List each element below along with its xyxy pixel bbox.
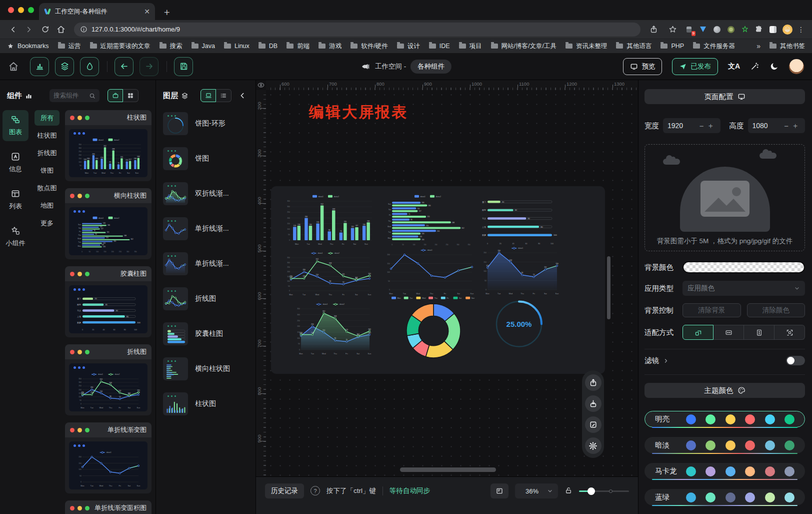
maximize-window-icon[interactable] xyxy=(28,7,34,13)
horizontal-scrollbar[interactable] xyxy=(400,467,496,472)
layer-item[interactable]: 双折线渐... xyxy=(163,182,250,205)
chevron-right-icon[interactable] xyxy=(663,358,669,364)
layer-item[interactable]: 折线图 xyxy=(163,287,250,310)
filter-toggle[interactable] xyxy=(786,356,805,365)
theme-color-dot[interactable] xyxy=(745,414,755,424)
tab-close-icon[interactable]: ✕ xyxy=(144,8,150,16)
plus-icon[interactable]: ＋ xyxy=(790,121,800,131)
layer-item[interactable]: 柱状图 xyxy=(163,392,250,415)
canvas-chart-line2area[interactable]: 050100150200250300350data1data2120200150… xyxy=(292,301,374,355)
width-stepper[interactable]: 1920−＋ xyxy=(663,118,720,133)
category-item[interactable]: 散点图 xyxy=(34,180,60,196)
layer-item[interactable]: 胶囊柱图 xyxy=(163,322,250,345)
sidebar-item-list[interactable]: 列表 xyxy=(2,184,28,215)
user-avatar[interactable] xyxy=(789,59,804,74)
theme-color-dot[interactable] xyxy=(726,414,736,424)
bookmark-folder[interactable]: 运营 xyxy=(58,42,81,51)
language-icon[interactable]: 文A xyxy=(728,62,740,71)
help-icon[interactable]: ? xyxy=(310,486,320,495)
list-view-toggle[interactable] xyxy=(216,89,232,102)
add-chart-button[interactable] xyxy=(30,57,49,76)
theme-color-dot[interactable] xyxy=(726,440,736,450)
canvas-chart-ring[interactable]: 25.00% xyxy=(494,298,544,350)
reload-icon[interactable] xyxy=(38,23,52,37)
theme-color-dot[interactable] xyxy=(745,466,755,476)
preview-button[interactable]: 预览 xyxy=(623,58,662,75)
theme-color-dot[interactable] xyxy=(784,466,794,476)
theme-color-dot[interactable] xyxy=(706,440,716,450)
clear-color-button[interactable]: 清除颜色 xyxy=(747,303,806,317)
bookmark-folder[interactable]: DB xyxy=(258,42,278,51)
browser-menu-icon[interactable]: ⋮ xyxy=(798,26,805,34)
theme-color-dot[interactable] xyxy=(686,466,696,476)
category-item[interactable]: 饼图 xyxy=(34,163,60,178)
app-home-icon[interactable] xyxy=(8,61,19,72)
extension-star-icon[interactable] xyxy=(740,25,750,34)
theme-color-dot[interactable] xyxy=(765,492,775,502)
category-item[interactable]: 地图 xyxy=(34,198,60,213)
home-icon[interactable] xyxy=(54,23,68,37)
fit-width-button[interactable] xyxy=(714,325,744,340)
canvas-viewport[interactable]: 编辑大屏报表 050100150200250300350data1data212… xyxy=(266,90,638,476)
theme-color-dot[interactable] xyxy=(745,492,755,502)
component-card[interactable]: 胶囊柱图厦门20南阳40北京60上海80新疆100020406080100 xyxy=(65,266,152,337)
other-bookmarks[interactable]: 其他书签 xyxy=(770,42,805,51)
close-window-icon[interactable] xyxy=(8,7,14,13)
profile-avatar[interactable]: 😀 xyxy=(782,25,792,35)
extension-downloads-icon[interactable]: 9 xyxy=(684,25,694,34)
share-icon[interactable] xyxy=(646,23,660,37)
theme-color-dot[interactable] xyxy=(726,492,736,502)
fit-height-button[interactable] xyxy=(744,325,774,340)
new-tab-button[interactable]: ＋ xyxy=(162,7,172,17)
collapse-panel-icon[interactable] xyxy=(238,92,246,100)
history-button[interactable]: 历史记录 xyxy=(265,483,304,498)
width-value[interactable]: 1920 xyxy=(668,122,698,130)
layer-item[interactable]: 单折线渐... xyxy=(163,217,250,240)
zoom-select[interactable]: 36% xyxy=(515,483,558,498)
category-item[interactable]: 更多 xyxy=(34,215,60,231)
clear-background-button[interactable]: 清除背景 xyxy=(682,303,741,317)
theme-color-dot[interactable] xyxy=(765,440,775,450)
bookmark-folder[interactable]: 设计 xyxy=(397,42,420,51)
ruler-eye-icon[interactable] xyxy=(256,80,266,90)
extensions-puzzle-icon[interactable] xyxy=(754,25,764,34)
detail-button[interactable] xyxy=(80,57,99,76)
edit-button[interactable] xyxy=(585,416,602,433)
component-card[interactable]: 单折线渐变图050100150200data1MonTueWedThuFriSa… xyxy=(65,422,152,493)
project-name[interactable]: 各种组件 xyxy=(410,60,452,74)
bookmarks-root[interactable]: Bookmarks xyxy=(7,43,49,50)
lock-icon[interactable] xyxy=(564,486,572,494)
height-stepper[interactable]: 1080−＋ xyxy=(748,118,806,133)
download-button[interactable] xyxy=(585,395,602,412)
theme-color-dot[interactable] xyxy=(745,440,755,450)
theme-color-dot[interactable] xyxy=(765,466,775,476)
extension-ring-icon[interactable] xyxy=(726,25,736,34)
bookmark-folder[interactable]: PHP xyxy=(660,42,684,51)
bookmark-folder[interactable]: 近期需要读的文章 xyxy=(90,42,150,51)
fit-full-button[interactable] xyxy=(774,325,805,340)
canvas-title-widget[interactable]: 编辑大屏报表 xyxy=(309,102,408,123)
canvas-chart-capsule[interactable]: 厦门20南阳40北京60上海80新疆100020406080100 xyxy=(479,195,559,245)
component-card[interactable]: 柱状图050100150200250300350data1data2120130… xyxy=(65,110,152,181)
theme-color-dot[interactable] xyxy=(706,466,716,476)
sidebar-item-info[interactable]: 信息 xyxy=(2,147,28,178)
theme-color-dot[interactable] xyxy=(686,414,696,424)
theme-color-dot[interactable] xyxy=(686,492,696,502)
fit-scale-button[interactable] xyxy=(682,325,714,340)
back-icon[interactable] xyxy=(6,23,20,37)
bg-color-swatch[interactable] xyxy=(682,261,805,273)
site-info-icon[interactable] xyxy=(80,26,88,33)
theme-row[interactable]: 马卡龙 xyxy=(644,463,805,479)
bookmark-folder[interactable]: 搜索 xyxy=(160,42,182,51)
layer-item[interactable]: 横向柱状图 xyxy=(163,357,250,380)
search-box[interactable] xyxy=(50,89,100,102)
thumbnail-view-toggle[interactable] xyxy=(200,89,216,102)
component-card[interactable]: 横向柱状图data1data2130160Sun110117Sat70155Fr… xyxy=(65,188,152,259)
bookmark-star-icon[interactable] xyxy=(666,23,680,37)
bookmark-folder[interactable]: Java xyxy=(192,42,215,51)
bookmark-folder[interactable]: 软件/硬件 xyxy=(350,42,388,51)
sidebar-item-widget[interactable]: 小组件 xyxy=(2,221,28,252)
height-value[interactable]: 1080 xyxy=(752,122,783,130)
undo-button[interactable] xyxy=(114,57,134,76)
category-item[interactable]: 所有 xyxy=(34,110,60,126)
